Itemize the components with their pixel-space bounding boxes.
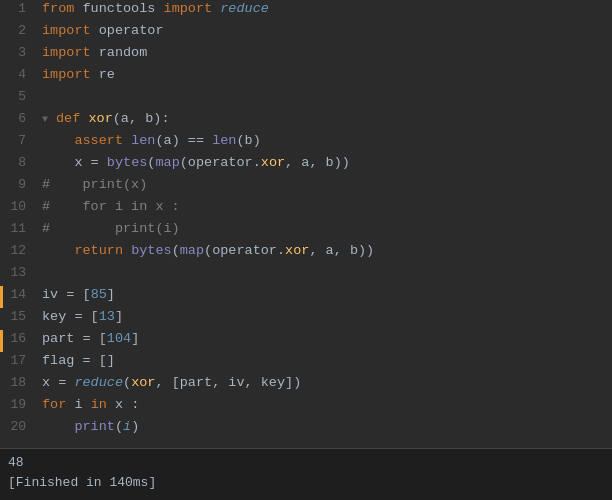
token: ):: [153, 111, 169, 126]
code-line: 1from functools import reduce: [0, 0, 612, 22]
token: random: [91, 45, 148, 60]
token: x: [74, 155, 90, 170]
line-number: 20: [0, 419, 38, 434]
code-line: 9# print(x): [0, 176, 612, 198]
line-number: 4: [0, 67, 38, 82]
token: (: [236, 133, 244, 148]
token: reduce: [74, 375, 123, 390]
line-number: 2: [0, 23, 38, 38]
code-line: 3import random: [0, 44, 612, 66]
line-number: 6: [0, 111, 38, 126]
token: []: [91, 353, 115, 368]
token: ): [131, 419, 139, 434]
line-number: 13: [0, 265, 38, 280]
token: # print(i): [42, 221, 180, 236]
token: [42, 155, 74, 170]
line-number: 14: [0, 287, 38, 302]
output-line1: 48: [8, 453, 604, 473]
token: # print(x): [42, 177, 147, 192]
token: map: [180, 243, 204, 258]
code-line: 16part = [104]: [0, 330, 612, 352]
line-number: 19: [0, 397, 38, 412]
token: 104: [107, 331, 131, 346]
line-number: 1: [0, 1, 38, 16]
token: ]: [107, 287, 115, 302]
code-line: 13: [0, 264, 612, 286]
line-number: 10: [0, 199, 38, 214]
token: xor: [285, 243, 309, 258]
token: len: [131, 133, 155, 148]
token: (operator.: [180, 155, 261, 170]
output-panel: 48 [Finished in 140ms]: [0, 448, 612, 500]
line-number: 11: [0, 221, 38, 236]
code-line: 12 return bytes(map(operator.xor, a, b)): [0, 242, 612, 264]
line-number: 7: [0, 133, 38, 148]
line-content: flag = []: [38, 353, 612, 368]
line-number: 5: [0, 89, 38, 104]
token: b: [245, 133, 253, 148]
code-line: 4import re: [0, 66, 612, 88]
token: def: [56, 111, 80, 126]
code-line: 19for i in x :: [0, 396, 612, 418]
token: len: [212, 133, 236, 148]
token: key: [42, 309, 74, 324]
token: =: [91, 155, 99, 170]
token: [: [91, 331, 107, 346]
code-line: 14iv = [85]: [0, 286, 612, 308]
token: in: [91, 397, 107, 412]
token: , a, b)): [285, 155, 350, 170]
token: import: [42, 23, 91, 38]
code-line: 11# print(i): [0, 220, 612, 242]
token: import: [42, 45, 91, 60]
line-number: 15: [0, 309, 38, 324]
token: ==: [188, 133, 204, 148]
token: [42, 133, 74, 148]
token: x: [42, 375, 58, 390]
code-line: 8 x = bytes(map(operator.xor, a, b)): [0, 154, 612, 176]
token: i: [123, 419, 131, 434]
token: xor: [261, 155, 285, 170]
line-number: 8: [0, 155, 38, 170]
token: (: [115, 419, 123, 434]
token: part: [42, 331, 83, 346]
code-editor: 1from functools import reduce2import ope…: [0, 0, 612, 448]
token: import: [42, 67, 91, 82]
line-content: assert len(a) == len(b): [38, 133, 612, 148]
token: [: [83, 309, 99, 324]
token: =: [83, 331, 91, 346]
token: return: [74, 243, 123, 258]
token: ): [253, 133, 261, 148]
token: ]: [115, 309, 123, 324]
token: [123, 243, 131, 258]
line-content: from functools import reduce: [38, 1, 612, 16]
line-content: part = [104]: [38, 331, 612, 346]
token: (: [123, 375, 131, 390]
code-line: 6▼ def xor(a, b):: [0, 110, 612, 132]
line-content: # for i in x :: [38, 199, 612, 214]
token: assert: [74, 133, 123, 148]
line-content: import random: [38, 45, 612, 60]
token: ): [172, 133, 188, 148]
token: a: [164, 133, 172, 148]
token: ]: [131, 331, 139, 346]
line-number: 9: [0, 177, 38, 192]
code-line: 10# for i in x :: [0, 198, 612, 220]
code-line: 15key = [13]: [0, 308, 612, 330]
code-line: 20 print(i): [0, 418, 612, 440]
token: operator: [91, 23, 164, 38]
token: reduce: [220, 1, 269, 16]
code-line: 2import operator: [0, 22, 612, 44]
token: [204, 133, 212, 148]
line-number: 16: [0, 331, 38, 346]
fold-icon[interactable]: ▼: [42, 114, 54, 125]
token: import: [164, 1, 213, 16]
token: [42, 243, 74, 258]
token: =: [83, 353, 91, 368]
token: [: [74, 287, 90, 302]
line-number: 17: [0, 353, 38, 368]
token: (operator.: [204, 243, 285, 258]
token: (: [155, 133, 163, 148]
token: i: [66, 397, 90, 412]
token: bytes: [131, 243, 172, 258]
token: 85: [91, 287, 107, 302]
